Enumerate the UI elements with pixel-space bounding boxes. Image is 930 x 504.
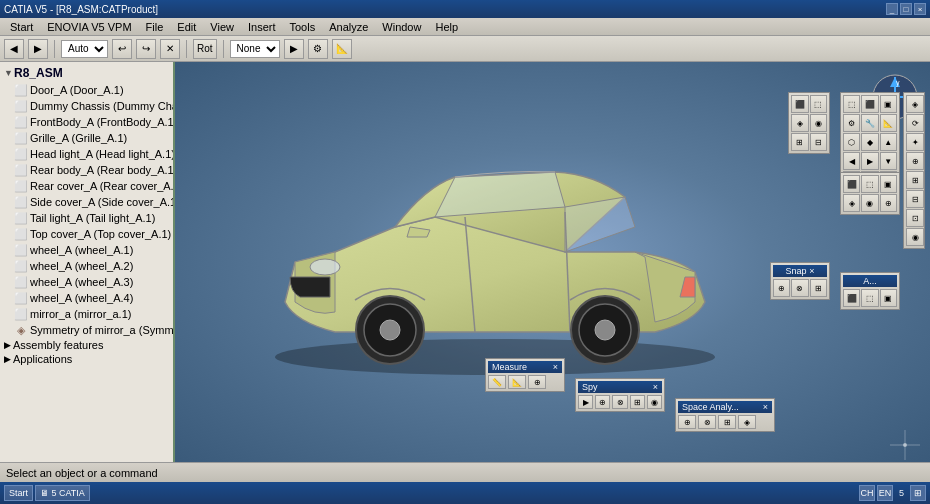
ft1-btn7[interactable]: ⊡ [906,209,924,227]
ft1-btn8[interactable]: ◉ [906,228,924,246]
ft2-btn7[interactable]: ⬡ [843,133,860,151]
tray-icon-en[interactable]: EN [877,485,893,501]
tree-item-wheel1[interactable]: ⬜ wheel_A (wheel_A.1) [0,242,173,258]
viewport[interactable]: y x ◈ ⟳ ✦ ⊕ ⊞ ⊟ ⊡ ◉ ⬚ ⬛ ▣ ⚙ 🔧 [175,62,930,462]
ft1-btn3[interactable]: ✦ [906,133,924,151]
menu-enovia[interactable]: ENOVIA V5 VPM [41,20,137,34]
ft4-btn4[interactable]: ◈ [843,194,860,212]
tray-icon-network[interactable]: ⊞ [910,485,926,501]
snap-btn2[interactable]: ⊗ [791,279,808,297]
ft3-btn2[interactable]: ⬚ [810,95,828,113]
ft3-btn1[interactable]: ⬛ [791,95,809,113]
menu-analyze[interactable]: Analyze [323,20,374,34]
toolbar-btn1[interactable]: ↩ [112,39,132,59]
tree-assembly-features[interactable]: ▶ Assembly features [0,338,173,352]
tree-applications[interactable]: ▶ Applications [0,352,173,366]
tree-item-topcover[interactable]: ⬜ Top cover_A (Top cover_A.1) [0,226,173,242]
tray-icon-ch[interactable]: CH [859,485,875,501]
snap-close[interactable]: × [809,266,814,276]
tree-root[interactable]: ▼ R8_ASM [0,64,173,82]
tree-item-taillight[interactable]: ⬜ Tail light_A (Tail light_A.1) [0,210,173,226]
tree-item-sidecover[interactable]: ⬜ Side cover_A (Side cover_A.1) [0,194,173,210]
tree-item-wheel2[interactable]: ⬜ wheel_A (wheel_A.2) [0,258,173,274]
menu-view[interactable]: View [204,20,240,34]
ft2-btn3[interactable]: ▣ [880,95,897,113]
tree-item-headlight[interactable]: ⬜ Head light_A (Head light_A.1) [0,146,173,162]
ft2-btn2[interactable]: ⬛ [861,95,878,113]
sa-btn1[interactable]: ⊕ [678,415,696,429]
spy-btn2[interactable]: ⊕ [595,395,610,409]
spy-btn1[interactable]: ▶ [578,395,593,409]
toolbar-btn3[interactable]: ✕ [160,39,180,59]
ft4-btn5[interactable]: ◉ [861,194,878,212]
measure-btn3[interactable]: ⊕ [528,375,546,389]
menu-window[interactable]: Window [376,20,427,34]
ft2-btn5[interactable]: 🔧 [861,114,878,132]
maximize-button[interactable]: □ [900,3,912,15]
menu-edit[interactable]: Edit [171,20,202,34]
spy-btn5[interactable]: ◉ [647,395,662,409]
spy-close[interactable]: × [653,382,658,392]
toolbar-select-none[interactable]: None [230,40,280,58]
ft3-btn3[interactable]: ◈ [791,114,809,132]
ft4-btn2[interactable]: ⬚ [861,175,878,193]
ft4-btn3[interactable]: ▣ [880,175,897,193]
ft4-btn1[interactable]: ⬛ [843,175,860,193]
tree-item-wheel4[interactable]: ⬜ wheel_A (wheel_A.4) [0,290,173,306]
fta-btn1[interactable]: ⬛ [843,289,860,307]
ft2-btn8[interactable]: ◆ [861,133,878,151]
snap-btn1[interactable]: ⊕ [773,279,790,297]
ft2-btn11[interactable]: ▶ [861,152,878,170]
toolbar-select-auto[interactable]: Auto [61,40,108,58]
menu-start[interactable]: Start [4,20,39,34]
ft2-btn1[interactable]: ⬚ [843,95,860,113]
minimize-button[interactable]: _ [886,3,898,15]
ft1-btn1[interactable]: ◈ [906,95,924,113]
toolbar-rot-button[interactable]: Rot [193,39,217,59]
ft4-btn6[interactable]: ⊕ [880,194,897,212]
ft3-btn6[interactable]: ⊟ [810,133,828,151]
toolbar-btn2[interactable]: ↪ [136,39,156,59]
sa-btn4[interactable]: ◈ [738,415,756,429]
sa-btn2[interactable]: ⊗ [698,415,716,429]
ft3-btn5[interactable]: ⊞ [791,133,809,151]
tree-item-wheel3[interactable]: ⬜ wheel_A (wheel_A.3) [0,274,173,290]
spy-btn4[interactable]: ⊞ [630,395,645,409]
measure-btn1[interactable]: 📏 [488,375,506,389]
ft2-btn9[interactable]: ▲ [880,133,897,151]
menu-insert[interactable]: Insert [242,20,282,34]
ft1-btn4[interactable]: ⊕ [906,152,924,170]
tree-item-door[interactable]: ⬜ Door_A (Door_A.1) [0,82,173,98]
sa-btn3[interactable]: ⊞ [718,415,736,429]
menu-tools[interactable]: Tools [283,20,321,34]
ft3-btn4[interactable]: ◉ [810,114,828,132]
measure-close[interactable]: × [553,362,558,372]
tree-item-dummy[interactable]: ⬜ Dummy Chassis (Dummy Chassis.1) [0,98,173,114]
tree-item-rearbody[interactable]: ⬜ Rear body_A (Rear body_A.1) [0,162,173,178]
spy-btn3[interactable]: ⊗ [612,395,627,409]
space-analy-close[interactable]: × [763,402,768,412]
toolbar-forward-button[interactable]: ▶ [28,39,48,59]
toolbar-extra-btn2[interactable]: 📐 [332,39,352,59]
tree-item-mirror[interactable]: ⬜ mirror_a (mirror_a.1) [0,306,173,322]
ft1-btn6[interactable]: ⊟ [906,190,924,208]
catia-task-button[interactable]: 🖥 5 CATIA [35,485,90,501]
tree-item-symmetry[interactable]: ◈ Symmetry of mirror_a (Symmetry of mirr… [0,322,173,338]
toolbar-back-button[interactable]: ◀ [4,39,24,59]
ft1-btn5[interactable]: ⊞ [906,171,924,189]
fta-btn2[interactable]: ⬚ [861,289,878,307]
ft2-btn4[interactable]: ⚙ [843,114,860,132]
ft1-btn2[interactable]: ⟳ [906,114,924,132]
toolbar-extra-btn[interactable]: ⚙ [308,39,328,59]
ft2-btn12[interactable]: ▼ [880,152,897,170]
toolbar-play-button[interactable]: ▶ [284,39,304,59]
close-button[interactable]: × [914,3,926,15]
tree-item-frontbody[interactable]: ⬜ FrontBody_A (FrontBody_A.1) [0,114,173,130]
start-button[interactable]: Start [4,485,33,501]
tree-item-grille[interactable]: ⬜ Grille_A (Grille_A.1) [0,130,173,146]
measure-btn2[interactable]: 📐 [508,375,526,389]
ft2-btn10[interactable]: ◀ [843,152,860,170]
ft2-btn6[interactable]: 📐 [880,114,897,132]
menu-help[interactable]: Help [429,20,464,34]
fta-btn3[interactable]: ▣ [880,289,897,307]
